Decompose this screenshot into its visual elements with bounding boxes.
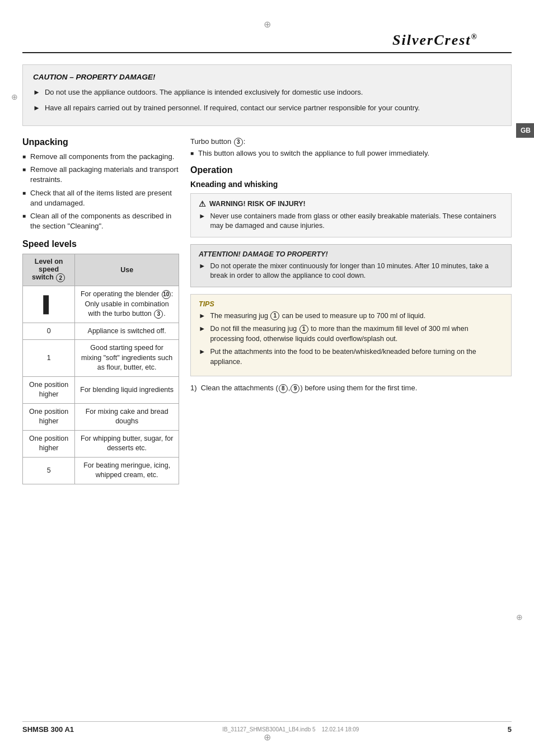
table-cell-use: For blending liquid ingredients <box>75 376 179 403</box>
table-cell-level: One position higher <box>23 430 75 457</box>
footer-file: IB_31127_SHMSB300A1_LB4.indb 5 12.02.14 … <box>74 726 508 732</box>
table-cell-level: 5 <box>23 457 75 484</box>
circle-2: 2 <box>56 273 65 282</box>
page-number: 5 <box>508 725 512 734</box>
kneading-whisking-subtitle: Kneading and whisking <box>190 180 512 189</box>
table-row: 0 Appliance is switched off. <box>23 323 179 340</box>
table-cell-use: Good starting speed for mixing "soft" in… <box>75 340 179 377</box>
table-cell-level: 1 <box>23 340 75 377</box>
speed-levels-title: Speed levels <box>22 239 179 249</box>
attention-box: ATTENTION! DAMAGE TO PROPERTY! ► Do not … <box>190 244 512 287</box>
arrow-icon: ► <box>199 262 205 281</box>
list-item: Clean all of the components as described… <box>22 211 179 231</box>
tips-item-2: ► Do not fill the measuring jug 1 to mor… <box>199 324 503 344</box>
top-registration-mark: ⊕ <box>0 19 534 30</box>
arrow-icon: ► <box>199 324 205 344</box>
caution-title: CAUTION – PROPERTY DAMAGE! <box>33 73 501 81</box>
list-item: Remove all packaging materials and trans… <box>22 165 179 185</box>
gb-tab: GB <box>516 123 534 138</box>
turbo-description: This button allows you to switch the app… <box>190 149 512 157</box>
table-cell-use: For beating meringue, icing, whipped cre… <box>75 457 179 484</box>
table-cell-level: ▌ <box>23 286 75 323</box>
arrow-icon: ► <box>199 347 205 367</box>
table-col1-header: Level on speed switch 2 <box>23 254 75 286</box>
right-column: Turbo button 3: This button allows you t… <box>190 137 512 484</box>
step-1: 1) Clean the attachments (8,9) before us… <box>190 383 512 393</box>
table-row: 1 Good starting speed for mixing "soft" … <box>23 340 179 377</box>
table-cell-use: For whipping butter, sugar, for desserts… <box>75 430 179 457</box>
table-cell-use: For mixing cake and bread doughs <box>75 403 179 430</box>
tips-item-3: ► Put the attachments into the food to b… <box>199 347 503 367</box>
brand-name: SilverCrest® <box>392 32 478 48</box>
brand-header: SilverCrest® <box>22 32 512 53</box>
warning-triangle-icon: ⚠ <box>199 199 206 208</box>
left-column: Unpacking Remove all components from the… <box>22 137 179 484</box>
table-row: ▌ For operating the blender 10: Only usa… <box>23 286 179 323</box>
turbo-section: Turbo button 3: This button allows you t… <box>190 137 512 157</box>
table-cell-level: 0 <box>23 323 75 340</box>
arrow-icon: ► <box>33 87 40 98</box>
caution-item-2: ► Have all repairs carried out by traine… <box>33 102 501 114</box>
table-cell-level: One position higher <box>23 376 75 403</box>
main-content: Unpacking Remove all components from the… <box>22 137 512 484</box>
bottom-registration-mark: ⊕ <box>264 732 271 743</box>
table-cell-use: For operating the blender 10: Only usabl… <box>75 286 179 323</box>
attention-title: ATTENTION! DAMAGE TO PROPERTY! <box>199 250 503 258</box>
warning-text: ► Never use containers made from glass o… <box>199 212 503 231</box>
caution-box: CAUTION – PROPERTY DAMAGE! ► Do not use … <box>22 64 512 126</box>
caution-item-1: ► Do not use the appliance outdoors. The… <box>33 87 501 98</box>
left-compass-mark: ⊕ <box>11 92 18 101</box>
arrow-icon: ► <box>199 212 205 231</box>
tips-box: TIPS ► The measuring jug 1 can be used t… <box>190 294 512 377</box>
table-row: 5 For beating meringue, icing, whipped c… <box>23 457 179 484</box>
table-row: One position higher For whipping butter,… <box>23 430 179 457</box>
right-compass-mark: ⊕ <box>516 613 523 622</box>
arrow-icon: ► <box>33 102 40 114</box>
table-cell-use: Appliance is switched off. <box>75 323 179 340</box>
model-number: SHMSB 300 A1 <box>22 725 74 734</box>
warning-title: ⚠ WARNING! RISK OF INJURY! <box>199 199 503 208</box>
list-item: Remove all components from the packaging… <box>22 152 179 162</box>
table-row: One position higher For blending liquid … <box>23 376 179 403</box>
tips-item-1: ► The measuring jug 1 can be used to mea… <box>199 311 503 321</box>
table-cell-level: One position higher <box>23 403 75 430</box>
warning-box: ⚠ WARNING! RISK OF INJURY! ► Never use c… <box>190 193 512 237</box>
table-row: One position higher For mixing cake and … <box>23 403 179 430</box>
attention-text: ► Do not operate the mixer continuously … <box>199 262 503 281</box>
list-item: Check that all of the items listed are p… <box>22 188 179 208</box>
arrow-icon: ► <box>199 311 205 321</box>
unpacking-list: Remove all components from the packaging… <box>22 152 179 231</box>
speed-table: Level on speed switch 2 Use ▌ For operat… <box>22 254 179 484</box>
table-col2-header: Use <box>75 254 179 286</box>
tips-title: TIPS <box>199 300 503 308</box>
operation-title: Operation <box>190 165 512 175</box>
unpacking-title: Unpacking <box>22 137 179 147</box>
turbo-label: Turbo button 3: <box>190 137 512 147</box>
